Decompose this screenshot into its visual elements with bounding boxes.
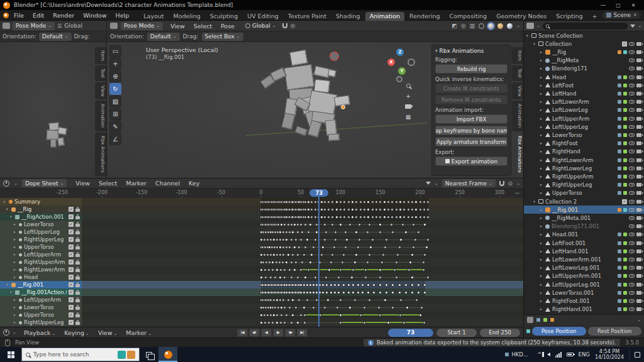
render-camera-icon[interactable] [636,216,641,220]
keyframe-dot[interactable] [260,238,263,241]
keyframe-dot[interactable] [264,276,267,279]
wireframe-shading-button[interactable] [479,23,484,29]
frame-end-field[interactable]: End 250 [480,329,520,337]
keyframe-lane-leftupperarm[interactable] [82,251,523,258]
keyframe-dot[interactable] [309,223,312,226]
keyframe-dot[interactable] [279,268,282,272]
keyframe-dot[interactable] [330,283,333,287]
render-camera-icon[interactable] [636,141,641,145]
keyframe-dot[interactable] [363,200,366,204]
keyframe-dot[interactable] [367,283,370,287]
keyframe-lane-leftupperleg[interactable] [82,228,523,236]
keyframe-dot[interactable] [296,231,299,234]
keyframe-dot[interactable] [301,231,304,234]
disclosure-icon[interactable]: ▸ [539,207,543,212]
modifier-icon[interactable] [618,84,621,87]
keyframe-dot[interactable] [335,200,338,204]
keyframe-dot[interactable] [368,223,371,226]
disclosure-icon[interactable]: ▸ [539,66,543,71]
keyframe-dot[interactable] [291,231,294,234]
keyframe-dot[interactable] [271,261,274,264]
keyframe-dot[interactable] [423,223,426,226]
editor-type-icon[interactable] [526,23,534,29]
render-camera-icon[interactable] [636,250,641,253]
disclosure-icon[interactable]: ▸ [13,252,17,257]
gizmo-minus-x-axis[interactable] [408,58,415,66]
panel-tab-animation[interactable]: Animation [95,101,106,131]
outliner-item-blenderig171[interactable]: ▸Blenderig171 [524,65,644,73]
keyframe-dot[interactable] [303,321,306,324]
keyframe-dot[interactable] [272,299,275,302]
keyframe-dot[interactable] [306,299,309,302]
jump-to-start-button[interactable]: |◀ [237,329,248,337]
workspace-tab-sculpting[interactable]: Sculpting [206,12,242,21]
keyframe-dot[interactable] [260,276,263,279]
hide-eye-icon[interactable] [629,258,635,261]
tray-chevron-icon[interactable]: ^ [537,351,542,358]
keyframe-dot[interactable] [321,291,325,294]
hide-eye-icon[interactable] [629,125,635,129]
keyframe-dot[interactable] [368,253,371,256]
minimize-button[interactable]: ― [596,0,611,10]
keyframe-dot[interactable] [380,261,384,264]
keyframe-dot[interactable] [291,253,294,256]
lock-icon[interactable] [75,246,80,250]
keyframe-dot[interactable] [342,291,345,294]
keyframe-dot[interactable] [411,216,414,219]
keyframe-dot[interactable] [323,223,326,226]
keyframe-dot[interactable] [330,261,333,264]
jump-to-next-keyframe-button[interactable]: •▶ [285,329,296,337]
keyframe-dot[interactable] [393,268,396,272]
render-camera-icon[interactable] [636,233,641,236]
keyframe-dot[interactable] [269,253,272,256]
hide-eye-icon[interactable] [629,84,635,87]
keyframe-dot[interactable] [361,291,364,294]
keyframe-dot[interactable] [395,208,398,211]
channel-rightupperleg[interactable]: ▸RightUpperLeg✓ [0,319,82,326]
lock-icon[interactable] [75,254,80,257]
render-camera-icon[interactable] [636,175,641,178]
mesh-data-icon[interactable] [623,233,627,236]
render-camera-icon[interactable] [636,117,641,121]
mesh-data-icon[interactable] [623,191,627,195]
keyframe-dot[interactable] [412,246,415,249]
modifier-icon[interactable] [618,100,621,104]
disclosure-icon[interactable]: ▸ [539,99,543,104]
keyframe-dot[interactable] [359,314,362,317]
keyframe-dot[interactable] [267,321,270,324]
hide-eye-icon[interactable] [629,291,635,295]
chevron-down-icon[interactable]: ⌄ [14,181,18,186]
outliner-item-head[interactable]: ▸Head [524,73,644,81]
keyframe-dot[interactable] [383,216,386,219]
pan-hand-icon[interactable]: + [406,93,411,99]
keyframe-dot[interactable] [387,200,390,204]
panel-tab-tool[interactable]: Tool [95,65,106,81]
mute-checkbox[interactable]: ✓ [69,290,74,295]
mute-checkbox[interactable]: ✓ [69,320,74,325]
panel-tab-rbx-animations[interactable]: Rbx Animations [95,133,106,176]
keyframe-dot[interactable] [423,208,426,211]
orientation-global-label[interactable]: Global [64,23,82,29]
keyframe-dot[interactable] [290,261,293,264]
hide-eye-icon[interactable] [629,133,635,137]
mute-checkbox[interactable]: ✓ [69,244,74,250]
keyframe-dot[interactable] [264,321,267,324]
modifier-icon[interactable] [618,133,621,137]
menu-render[interactable]: Render [48,11,79,19]
keyframe-dot[interactable] [347,208,350,211]
keyframe-dot[interactable] [266,253,269,256]
hide-eye-icon[interactable] [629,141,635,145]
keyframe-dot[interactable] [363,216,366,219]
workspace-tab-modeling[interactable]: Modeling [169,12,205,21]
disclosure-icon[interactable]: ▾ [5,207,9,212]
outliner-item-lefthand[interactable]: ▸LeftHand [524,89,644,97]
keyframe-dot[interactable] [391,306,394,309]
keyframe-dot[interactable] [399,314,402,317]
keyframe-lane-rightupperleg[interactable] [82,236,523,243]
snap-magnet-icon[interactable] [282,23,287,28]
modifier-icon[interactable] [618,258,621,261]
keyframe-dot[interactable] [266,314,269,317]
viewport-menu-view[interactable]: View [166,22,189,30]
disclosure-icon[interactable]: ▾ [525,33,530,38]
lock-icon[interactable] [75,322,80,325]
